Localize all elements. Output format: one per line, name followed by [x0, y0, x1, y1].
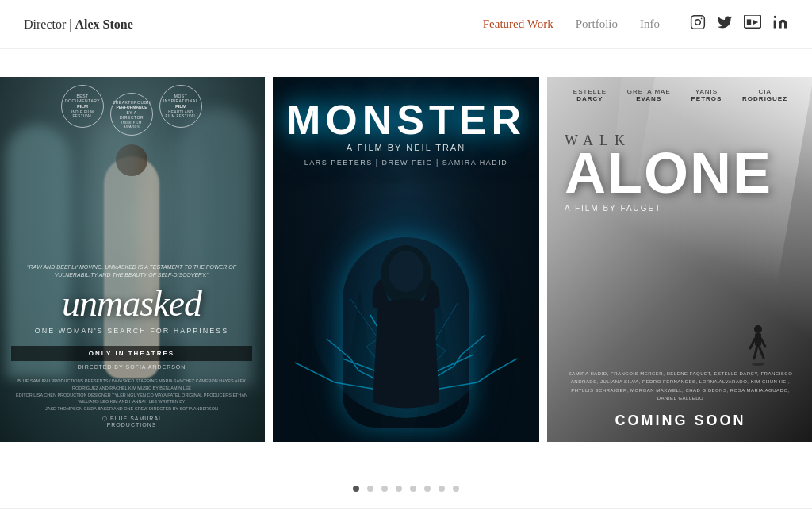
vimeo-icon[interactable]	[744, 15, 761, 33]
unmasked-title: unmasked	[11, 286, 252, 322]
film-card-walk-alone[interactable]: ESTELLE DARCY GRETA MAE EVANS YANIS PETR…	[547, 77, 812, 442]
dot-6[interactable]	[424, 486, 431, 492]
film-card-monster[interactable]: MONSTER A FILM BY NEIL TRAN LARS PEETERS…	[273, 77, 539, 442]
linkedin-icon[interactable]	[772, 14, 788, 34]
svg-line-12	[761, 339, 765, 347]
svg-point-2	[701, 18, 703, 20]
carousel-dots	[0, 478, 812, 508]
alone-actor-4: CIA RODRIGUEZ	[742, 88, 787, 102]
main-content: BEST DOCUMENTARY FILM INDIE FILM FESTIVA…	[0, 49, 812, 478]
dot-8[interactable]	[453, 486, 459, 492]
svg-rect-10	[755, 333, 761, 346]
monster-subtitle: A FILM BY NEIL TRAN	[347, 143, 465, 152]
alone-figure	[746, 323, 770, 367]
unmasked-content: "RAW AND DEEPLY MOVING. UNMASKED IS A TE…	[0, 208, 265, 442]
dot-7[interactable]	[439, 486, 445, 492]
alone-cast-top: ESTELLE DARCY GRETA MAE EVANS YANIS PETR…	[547, 88, 812, 102]
main-nav: Featured Work Portfolio Info	[483, 14, 788, 34]
unmasked-quote: "RAW AND DEEPLY MOVING. UNMASKED IS A TE…	[19, 263, 244, 279]
social-icons	[690, 14, 788, 34]
dot-1[interactable]	[353, 486, 359, 492]
svg-point-8	[389, 251, 423, 292]
site-footer: Copyright © 2023 Director | Alex Stone |…	[0, 508, 812, 522]
monster-title: MONSTER	[286, 101, 526, 140]
nav-featured-work[interactable]: Featured Work	[483, 17, 553, 31]
award-badge-3: MOST INSPIRATIONAL FILM HEARTLAND FILM F…	[159, 85, 202, 128]
svg-point-1	[695, 20, 701, 25]
unmasked-credits: BLUE SAMURAI PRODUCTIONS PRESENTS UNMASK…	[11, 378, 252, 413]
alone-cast-bottom: SAMIRA HADID, FRANCOIS MERCER, HELENE FA…	[563, 370, 798, 402]
alone-actor-2: GRETA MAE EVANS	[627, 88, 671, 102]
svg-line-13	[754, 346, 757, 359]
monster-cast: LARS PEETERS | DREW FEIG | SAMIRA HADID	[304, 159, 508, 167]
unmasked-theatres: ONLY IN THEATRES	[11, 346, 252, 361]
svg-line-14	[759, 346, 764, 358]
svg-rect-0	[691, 16, 705, 29]
dot-3[interactable]	[381, 486, 388, 492]
film-card-unmasked[interactable]: BEST DOCUMENTARY FILM INDIE FILM FESTIVA…	[0, 77, 265, 442]
unmasked-directed: DIRECTED BY SOFIA ANDERSON	[11, 364, 252, 370]
unmasked-subtitle: ONE WOMAN'S SEARCH FOR HAPPINESS	[11, 327, 252, 335]
alone-actor-1: ESTELLE DARCY	[573, 88, 607, 102]
svg-point-15	[752, 363, 764, 366]
dot-2[interactable]	[367, 486, 373, 492]
alone-actor-3: YANIS PETROS	[691, 88, 722, 102]
nav-info[interactable]: Info	[640, 17, 660, 31]
site-title: Director | Alex Stone	[24, 17, 133, 32]
alone-coming-soon: COMING SOON	[547, 413, 812, 429]
dot-5[interactable]	[410, 486, 416, 492]
award-badge-2: BREAKTHROUGH PERFORMANCE BY A DIRECTOR I…	[110, 93, 153, 136]
award-row: BEST DOCUMENTARY FILM INDIE FILM FESTIVA…	[0, 85, 265, 136]
svg-rect-4	[747, 19, 751, 25]
alone-main-title: ALONE	[565, 149, 772, 198]
award-badge-1: BEST DOCUMENTARY FILM INDIE FILM FESTIVA…	[61, 85, 104, 128]
unmasked-logo: ⬡ BLUE SAMURAIPRODUCTIONS	[11, 416, 252, 428]
site-header: Director | Alex Stone Featured Work Port…	[0, 0, 812, 49]
monster-figure	[350, 244, 462, 426]
dot-4[interactable]	[396, 486, 402, 492]
svg-marker-5	[753, 19, 758, 25]
twitter-icon[interactable]	[717, 14, 733, 34]
svg-line-11	[750, 339, 755, 348]
alone-cast-list: SAMIRA HADID, FRANCOIS MERCER, HELENE FA…	[563, 370, 798, 402]
nav-portfolio[interactable]: Portfolio	[576, 17, 618, 31]
instagram-icon[interactable]	[690, 14, 706, 34]
alone-film-by: A FILM BY FAUGET	[565, 204, 772, 213]
svg-point-9	[754, 325, 762, 333]
svg-point-6	[774, 16, 776, 18]
alone-walk-title: WALK ALONE A FILM BY FAUGET	[565, 132, 772, 213]
film-grid: BEST DOCUMENTARY FILM INDIE FILM FESTIVA…	[0, 77, 812, 442]
